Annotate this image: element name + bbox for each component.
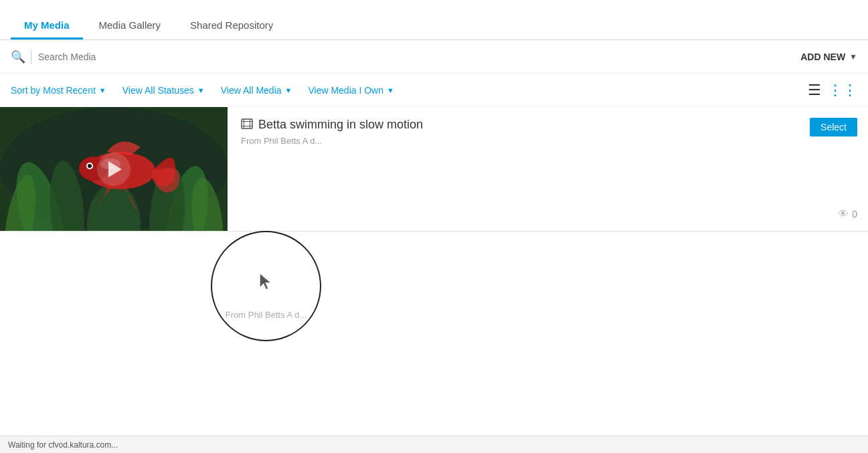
cursor-icon bbox=[259, 273, 274, 293]
svg-rect-15 bbox=[242, 121, 252, 122]
view-count: 0 bbox=[852, 209, 857, 219]
svg-rect-18 bbox=[250, 119, 250, 128]
status-filter-button[interactable]: View All Statuses ▼ bbox=[122, 85, 205, 96]
add-new-chevron-icon: ▼ bbox=[849, 52, 857, 62]
eye-icon: 👁 bbox=[838, 208, 849, 220]
status-filter-label: View All Statuses bbox=[122, 85, 194, 96]
media-filter-label: View All Media bbox=[221, 85, 282, 96]
tabs-bar: My Media Media Gallery Shared Repository bbox=[0, 0, 868, 40]
search-divider bbox=[31, 50, 31, 64]
filter-bar: Sort by Most Recent ▼ View All Statuses … bbox=[0, 74, 868, 107]
media-item: Betta swimming in slow motion From Phil … bbox=[0, 107, 868, 232]
media-title-row: Betta swimming in slow motion bbox=[241, 118, 855, 132]
ownership-filter-label: View Media I Own bbox=[308, 85, 383, 96]
media-info: Betta swimming in slow motion From Phil … bbox=[228, 107, 868, 231]
add-new-label: ADD NEW bbox=[800, 52, 845, 62]
video-icon bbox=[241, 118, 253, 132]
view-toggle: ☰ ⋮⋮ bbox=[808, 83, 857, 98]
play-button[interactable] bbox=[97, 153, 131, 186]
search-icon: 🔍 bbox=[11, 50, 25, 64]
sort-chevron-icon: ▼ bbox=[99, 86, 106, 94]
tab-media-gallery[interactable]: Media Gallery bbox=[86, 13, 175, 39]
tab-shared-repository[interactable]: Shared Repository bbox=[177, 13, 286, 39]
sort-filter-button[interactable]: Sort by Most Recent ▼ bbox=[11, 85, 106, 96]
ownership-chevron-icon: ▼ bbox=[387, 86, 394, 94]
media-thumbnail[interactable] bbox=[0, 107, 228, 231]
add-new-button[interactable]: ADD NEW ▼ bbox=[800, 52, 857, 62]
media-chevron-icon: ▼ bbox=[285, 86, 292, 94]
svg-rect-17 bbox=[244, 119, 244, 128]
list-view-button[interactable]: ☰ bbox=[808, 83, 821, 98]
ownership-filter-button[interactable]: View Media I Own ▼ bbox=[308, 85, 394, 96]
svg-rect-14 bbox=[242, 119, 252, 128]
play-triangle-icon bbox=[108, 161, 122, 177]
status-bar: Waiting for cfvod.kaltura.com... bbox=[0, 436, 868, 453]
media-filter-button[interactable]: View All Media ▼ bbox=[221, 85, 292, 96]
svg-point-12 bbox=[88, 164, 92, 168]
media-title: Betta swimming in slow motion bbox=[258, 118, 423, 132]
media-meta: From Phil Betts A d... bbox=[241, 136, 855, 146]
cursor-from-text: From Phil Betts A d... bbox=[226, 310, 307, 320]
grid-view-button[interactable]: ⋮⋮ bbox=[828, 83, 857, 98]
cursor-overlay: From Phil Betts A d... bbox=[211, 231, 321, 341]
search-bar: 🔍 ADD NEW ▼ bbox=[0, 40, 868, 74]
status-text: Waiting for cfvod.kaltura.com... bbox=[8, 440, 118, 450]
sort-filter-label: Sort by Most Recent bbox=[11, 85, 96, 96]
content-area: Betta swimming in slow motion From Phil … bbox=[0, 107, 868, 232]
media-views: 👁 0 bbox=[838, 208, 857, 220]
search-input[interactable] bbox=[38, 52, 800, 62]
select-button[interactable]: Select bbox=[810, 118, 857, 137]
tab-my-media[interactable]: My Media bbox=[11, 13, 83, 39]
svg-rect-16 bbox=[242, 126, 252, 126]
status-chevron-icon: ▼ bbox=[197, 86, 205, 94]
